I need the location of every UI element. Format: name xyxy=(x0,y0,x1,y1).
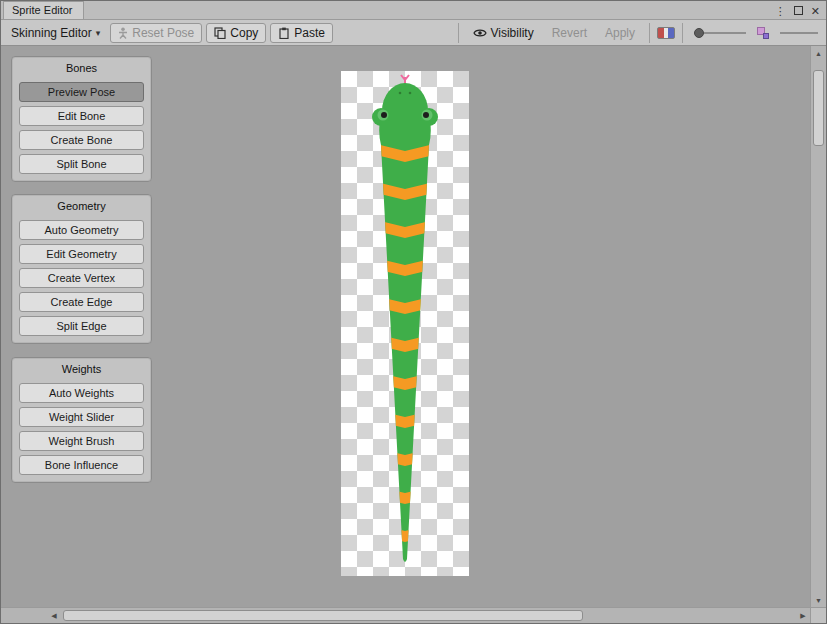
panel-bones: Bones Preview Pose Edit Bone Create Bone… xyxy=(11,56,152,182)
close-icon[interactable]: ✕ xyxy=(811,6,820,17)
sprite-canvas[interactable]: Bones Preview Pose Edit Bone Create Bone… xyxy=(1,46,810,607)
scrollbar-spacer xyxy=(1,608,47,623)
copy-button[interactable]: Copy xyxy=(206,23,266,43)
bottom-bar: ◀ ▶ xyxy=(1,607,826,623)
paste-icon xyxy=(278,27,290,39)
revert-button[interactable]: Revert xyxy=(545,23,594,43)
sprite-editor-window: Sprite Editor ⋮ ✕ Skinning Editor ▾ Rese… xyxy=(0,0,827,624)
panel-bones-title: Bones xyxy=(19,60,144,78)
visibility-button[interactable]: Visibility xyxy=(466,23,541,43)
edit-geometry-button[interactable]: Edit Geometry xyxy=(19,244,144,264)
toolbar-separator xyxy=(458,23,459,43)
horizontal-scroll-track[interactable] xyxy=(61,608,796,623)
edit-bone-button[interactable]: Edit Bone xyxy=(19,106,144,126)
scroll-down-icon[interactable]: ▼ xyxy=(811,593,826,607)
scroll-left-icon[interactable]: ◀ xyxy=(47,608,61,623)
panel-weights-title: Weights xyxy=(19,361,144,379)
tab-sprite-editor[interactable]: Sprite Editor xyxy=(3,1,84,19)
split-bone-button[interactable]: Split Bone xyxy=(19,154,144,174)
vertical-scrollbar[interactable]: ▲ ▼ xyxy=(810,46,826,607)
person-icon xyxy=(118,27,128,39)
panel-geometry-title: Geometry xyxy=(19,198,144,216)
chevron-down-icon: ▾ xyxy=(96,28,101,38)
titlebar-icons: ⋮ ✕ xyxy=(775,6,826,19)
scroll-right-icon[interactable]: ▶ xyxy=(796,608,810,623)
weight-brush-button[interactable]: Weight Brush xyxy=(19,431,144,451)
tab-title: Sprite Editor xyxy=(12,4,73,16)
bone-influence-button[interactable]: Bone Influence xyxy=(19,455,144,475)
weight-slider-button[interactable]: Weight Slider xyxy=(19,407,144,427)
zoom-slider[interactable] xyxy=(694,28,746,38)
panel-geometry: Geometry Auto Geometry Edit Geometry Cre… xyxy=(11,194,152,344)
copy-icon xyxy=(214,27,226,39)
horizontal-scroll-thumb[interactable] xyxy=(63,610,583,621)
content: Bones Preview Pose Edit Bone Create Bone… xyxy=(1,46,826,607)
visibility-label: Visibility xyxy=(491,26,534,40)
eye-icon xyxy=(473,28,487,38)
auto-weights-button[interactable]: Auto Weights xyxy=(19,383,144,403)
titlebar: Sprite Editor ⋮ ✕ xyxy=(1,1,826,20)
kebab-menu-icon[interactable]: ⋮ xyxy=(775,6,786,17)
scrollbar-corner xyxy=(810,608,826,623)
scroll-up-icon[interactable]: ▲ xyxy=(811,46,826,60)
auto-geometry-button[interactable]: Auto Geometry xyxy=(19,220,144,240)
copy-label: Copy xyxy=(230,26,258,40)
toolbar-separator xyxy=(649,23,650,43)
paste-label: Paste xyxy=(294,26,325,40)
rgb-toggle-button[interactable] xyxy=(657,27,675,39)
revert-label: Revert xyxy=(552,26,587,40)
vertical-scroll-track[interactable] xyxy=(811,60,826,593)
zoom-slider-track xyxy=(704,32,746,34)
create-vertex-button[interactable]: Create Vertex xyxy=(19,268,144,288)
panel-weights: Weights Auto Weights Weight Slider Weigh… xyxy=(11,357,152,483)
maximize-icon[interactable] xyxy=(794,6,803,17)
snake-sprite xyxy=(341,71,469,576)
mip-levels-icon xyxy=(757,27,769,39)
paste-button[interactable]: Paste xyxy=(270,23,333,43)
toolbar: Skinning Editor ▾ Reset Pose Copy Paste xyxy=(1,20,826,46)
split-edge-button[interactable]: Split Edge xyxy=(19,316,144,336)
horizontal-scrollbar[interactable]: ◀ ▶ xyxy=(1,608,810,623)
mode-dropdown-label: Skinning Editor xyxy=(11,26,92,40)
apply-button[interactable]: Apply xyxy=(598,23,642,43)
mip-slider-track xyxy=(780,32,818,34)
zoom-slider-knob[interactable] xyxy=(694,28,704,38)
vertical-scroll-thumb[interactable] xyxy=(813,70,824,146)
preview-pose-button[interactable]: Preview Pose xyxy=(19,82,144,102)
mode-dropdown[interactable]: Skinning Editor ▾ xyxy=(5,24,106,42)
reset-pose-label: Reset Pose xyxy=(132,26,194,40)
reset-pose-button[interactable]: Reset Pose xyxy=(110,23,202,43)
mip-slider[interactable] xyxy=(780,32,818,34)
toolbar-separator xyxy=(682,23,683,43)
apply-label: Apply xyxy=(605,26,635,40)
create-bone-button[interactable]: Create Bone xyxy=(19,130,144,150)
create-edge-button[interactable]: Create Edge xyxy=(19,292,144,312)
sprite-transparency-area[interactable] xyxy=(341,71,469,576)
